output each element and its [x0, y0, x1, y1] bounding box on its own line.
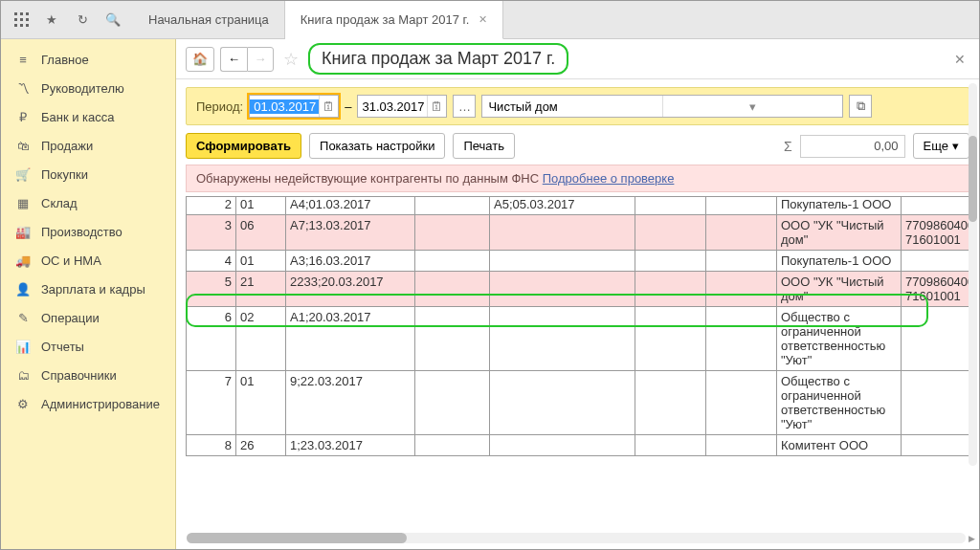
sidebar-icon: 🛒	[14, 167, 32, 182]
sidebar-icon: 〽	[14, 81, 32, 96]
table-cell	[490, 435, 635, 456]
table-row[interactable]: 306A7;13.03.2017ООО "УК "Чистый дом"7709…	[187, 215, 970, 251]
scrollbar-thumb[interactable]	[969, 136, 977, 222]
table-cell	[635, 435, 706, 456]
svg-rect-0	[14, 12, 17, 15]
calendar-icon[interactable]: 🗓	[427, 96, 446, 117]
sidebar-item-2[interactable]: ₽Банк и касса	[1, 102, 175, 131]
sidebar-item-label: Производство	[41, 225, 122, 239]
back-button[interactable]: ←	[220, 47, 247, 72]
date-from-field[interactable]: 01.03.2017 🗓	[249, 95, 339, 118]
sidebar-item-label: Операции	[41, 311, 100, 325]
sidebar-item-label: Банк и касса	[41, 110, 115, 124]
table-row[interactable]: 5212233;20.03.2017ООО "УК "Чистый дом"77…	[187, 272, 970, 307]
table-cell: 06	[236, 215, 286, 251]
table-cell: Общество с ограниченной ответственностью…	[777, 371, 902, 435]
page-title: Книга продаж за Март 2017 г.	[308, 43, 568, 75]
star-icon[interactable]: ★	[37, 6, 66, 34]
date-to-field[interactable]: 31.03.2017 🗓	[357, 95, 447, 118]
table-cell	[415, 197, 490, 215]
period-select-button[interactable]: …	[453, 95, 476, 118]
sidebar-item-11[interactable]: 🗂Справочники	[1, 361, 175, 389]
home-button[interactable]: 🏠	[186, 47, 214, 72]
svg-rect-7	[20, 24, 23, 27]
sidebar-item-0[interactable]: ≡Главное	[1, 45, 175, 74]
sidebar-icon: ▦	[14, 196, 32, 210]
scroll-right-icon[interactable]: ▶	[966, 533, 977, 543]
table-cell: A5;05.03.2017	[490, 197, 635, 215]
table-row[interactable]: 7019;22.03.2017Общество с ограниченной о…	[187, 371, 970, 435]
forward-button[interactable]: →	[247, 47, 274, 72]
sidebar-item-5[interactable]: ▦Склад	[1, 188, 175, 217]
sidebar-item-6[interactable]: 🏭Производство	[1, 217, 175, 246]
sidebar-icon: ⚙	[14, 397, 32, 411]
table-cell: A3;16.03.2017	[286, 251, 415, 272]
expand-button[interactable]: ⧉	[849, 95, 872, 118]
tab-home[interactable]: Начальная страница	[133, 1, 285, 38]
svg-rect-3	[14, 18, 17, 21]
history-icon[interactable]: ↻	[68, 6, 97, 34]
table-cell: 01	[236, 251, 286, 272]
sidebar-item-4[interactable]: 🛒Покупки	[1, 160, 175, 188]
generate-button[interactable]: Сформировать	[186, 133, 301, 159]
table-cell: ООО "УК "Чистый дом"	[777, 215, 902, 251]
table-row[interactable]: 401A3;16.03.2017Покупатель-1 ООО	[187, 251, 970, 272]
calendar-icon[interactable]: 🗓	[319, 96, 338, 117]
table-cell	[490, 251, 635, 272]
sidebar-item-8[interactable]: 👤Зарплата и кадры	[1, 275, 175, 303]
sum-field[interactable]: 0,00	[800, 135, 905, 158]
more-button[interactable]: Еще▾	[913, 133, 969, 159]
table-cell: A7;13.03.2017	[286, 215, 415, 251]
close-page-button[interactable]: ✕	[950, 48, 969, 71]
search-icon[interactable]: 🔍	[99, 6, 127, 34]
sidebar-item-label: Справочники	[41, 368, 117, 383]
favorite-icon[interactable]: ☆	[283, 49, 299, 70]
table-cell	[490, 307, 635, 371]
sidebar-item-label: Продажи	[41, 139, 93, 153]
table-cell: 9;22.03.2017	[286, 371, 415, 435]
close-icon[interactable]: ✕	[479, 13, 487, 26]
sidebar-item-9[interactable]: ✎Операции	[1, 303, 175, 332]
table-cell: 7	[187, 371, 236, 435]
chevron-down-icon[interactable]: ▾	[662, 96, 843, 117]
table-cell: A1;20.03.2017	[286, 307, 415, 371]
tab-sales-book[interactable]: Книга продаж за Март 2017 г.✕	[285, 1, 503, 39]
table-cell: 21	[236, 272, 286, 307]
organization-select[interactable]: Чистый дом ▾	[481, 95, 843, 118]
vertical-scrollbar[interactable]	[969, 83, 977, 466]
table-cell	[706, 435, 777, 456]
table-cell	[415, 307, 490, 371]
table-row[interactable]: 8261;23.03.2017Комитент ООО	[187, 435, 970, 456]
table-cell	[415, 272, 490, 307]
sidebar-item-7[interactable]: 🚚ОС и НМА	[1, 246, 175, 275]
date-from-value[interactable]: 01.03.2017	[250, 99, 319, 114]
date-to-value[interactable]: 31.03.2017	[358, 99, 427, 114]
table-cell	[706, 251, 777, 272]
table-cell: Покупатель-1 ООО	[777, 251, 902, 272]
table-cell	[902, 435, 970, 456]
table-cell: ООО "УК "Чистый дом"	[777, 272, 902, 307]
warning-link[interactable]: Подробнее о проверке	[543, 171, 675, 186]
print-button[interactable]: Печать	[453, 133, 515, 159]
table-row[interactable]: 201A4;01.03.2017A5;05.03.2017Покупатель-…	[187, 197, 970, 215]
warning-banner: Обнаружены недействующие контрагенты по …	[186, 165, 969, 192]
sidebar-item-label: Руководителю	[41, 81, 124, 96]
sidebar-item-label: Отчеты	[41, 340, 84, 354]
apps-icon[interactable]	[7, 6, 35, 34]
table-cell	[635, 307, 706, 371]
svg-rect-1	[20, 12, 23, 15]
sidebar-item-10[interactable]: 📊Отчеты	[1, 332, 175, 361]
scrollbar-thumb[interactable]	[187, 533, 407, 543]
table-cell: Комитент ООО	[777, 435, 902, 456]
table-cell	[490, 215, 635, 251]
sidebar-item-12[interactable]: ⚙Администрирование	[1, 389, 175, 418]
sidebar-item-1[interactable]: 〽Руководителю	[1, 74, 175, 102]
table-row[interactable]: 602A1;20.03.2017Общество с ограниченной …	[187, 307, 970, 371]
horizontal-scrollbar[interactable]	[187, 533, 966, 543]
sidebar-item-label: Зарплата и кадры	[41, 282, 145, 297]
table-cell: 7709860400/771601001	[902, 215, 970, 251]
sigma-icon: Σ	[784, 139, 792, 154]
sidebar-item-3[interactable]: 🛍Продажи	[1, 131, 175, 160]
sidebar-icon: 🗂	[14, 368, 32, 383]
show-settings-button[interactable]: Показать настройки	[309, 133, 445, 159]
